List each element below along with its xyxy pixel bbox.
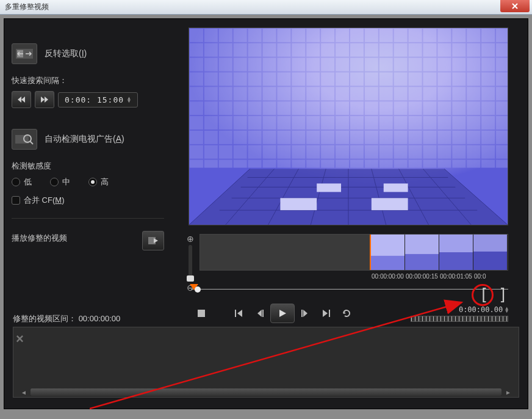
jog-ruler[interactable] <box>411 316 508 322</box>
prev-frame-button[interactable] <box>250 305 270 322</box>
spinner-icon[interactable]: ▲▼ <box>505 307 508 313</box>
loop-button[interactable] <box>336 305 357 322</box>
search-interval-label: 快速搜索间隔： <box>12 75 164 86</box>
go-end-button[interactable] <box>315 305 336 322</box>
mark-out-button[interactable]: ] <box>499 288 507 300</box>
strip-thumbnails <box>370 235 508 270</box>
go-end-icon <box>322 310 330 317</box>
seek-playhead[interactable] <box>195 286 201 293</box>
play-trimmed-button[interactable] <box>142 231 164 250</box>
play-trimmed-label: 播放修整的视频 <box>12 233 67 244</box>
thumbnail[interactable] <box>371 235 405 270</box>
video-preview <box>189 27 508 225</box>
svg-rect-40 <box>329 310 330 317</box>
svg-rect-25 <box>372 198 408 210</box>
radio-high[interactable]: 高 <box>88 177 109 188</box>
svg-rect-37 <box>235 310 236 317</box>
window-title: 多重修整视频 <box>5 2 500 12</box>
svg-rect-26 <box>317 183 341 192</box>
timecode: 00:00:01:05 <box>440 273 474 280</box>
transport-bar: 0:00:00.00 ▲▼ <box>191 304 508 323</box>
loop-icon <box>342 309 351 318</box>
svg-rect-31 <box>405 235 439 254</box>
strip-empty <box>200 235 370 270</box>
thumbnail[interactable] <box>439 235 473 270</box>
stop-button[interactable] <box>191 305 212 322</box>
invert-selection-row[interactable]: 反转选取(I) <box>12 43 164 64</box>
sensitivity-label: 检测敏感度 <box>12 161 164 172</box>
zoom-thumb[interactable] <box>187 275 194 282</box>
scroll-left-button[interactable]: ◄ <box>20 388 28 396</box>
search-interval-value: 0:00: 15:00 <box>65 95 124 104</box>
zoom-in-icon[interactable]: ⊕ <box>187 234 194 244</box>
svg-rect-29 <box>371 235 404 256</box>
scroll-right-button[interactable]: ► <box>504 388 512 396</box>
search-back-button[interactable] <box>12 91 31 108</box>
timeline-strip[interactable] <box>200 234 508 271</box>
timecode: 00:00:00:00 <box>372 273 406 280</box>
clear-clips-button[interactable]: × <box>16 331 24 347</box>
trimmed-clips-pane: × ◄ ► <box>13 327 519 398</box>
timeline-timecodes: 00:00:00:00 00:00:00:15 00:00:01:05 00:0 <box>200 273 508 280</box>
search-forward-button[interactable] <box>35 91 54 108</box>
svg-rect-35 <box>473 235 507 252</box>
radio-mid[interactable]: 中 <box>50 177 70 188</box>
auto-detect-label: 自动检测电视广告(A) <box>45 134 124 145</box>
search-interval-controls: 0:00: 15:00 ▲▼ <box>12 91 164 108</box>
radio-low[interactable]: 低 <box>12 177 32 188</box>
thumbnail[interactable] <box>405 235 439 270</box>
go-start-button[interactable] <box>229 305 250 322</box>
rewind-icon <box>17 96 26 103</box>
current-timecode[interactable]: 0:00:00.00 ▲▼ <box>459 305 508 314</box>
workspace: 反转选取(I) 快速搜索间隔： 0:00: 15:00 ▲▼ 自动检测电视广告(… <box>4 18 528 409</box>
svg-rect-36 <box>198 310 205 317</box>
left-panel: 反转选取(I) 快速搜索间隔： 0:00: 15:00 ▲▼ 自动检测电视广告(… <box>12 43 164 257</box>
scrollbar-thumb[interactable] <box>31 388 501 396</box>
preview-image <box>189 28 508 225</box>
merge-cf-checkbox[interactable]: 合并 CF(M) <box>12 195 164 206</box>
next-frame-button[interactable] <box>295 305 315 322</box>
trim-region-label: 修整的视频区间： 00:00:00:00 <box>13 313 120 324</box>
clips-scrollbar[interactable] <box>31 388 501 396</box>
play-icon <box>278 309 287 318</box>
auto-detect-row[interactable]: 自动检测电视广告(A) <box>12 129 164 150</box>
close-icon <box>511 2 519 10</box>
trim-region-value: 00:00:00:00 <box>79 314 121 323</box>
svg-rect-39 <box>301 310 303 317</box>
stop-icon <box>198 310 205 317</box>
invert-selection-icon <box>12 43 37 64</box>
thumbnail[interactable] <box>473 235 508 270</box>
svg-rect-27 <box>384 183 408 192</box>
svg-line-4 <box>30 141 33 144</box>
search-interval-time[interactable]: 0:00: 15:00 ▲▼ <box>58 92 138 107</box>
next-frame-icon <box>301 310 309 317</box>
fast-forward-icon <box>40 96 49 103</box>
divider <box>12 218 164 219</box>
prev-frame-icon <box>256 310 264 317</box>
go-start-icon <box>235 310 243 317</box>
timecode: 00:00:00:15 <box>406 273 440 280</box>
checkbox-icon <box>12 196 20 205</box>
svg-rect-9 <box>189 28 508 168</box>
timecode: 00:0 <box>474 273 508 280</box>
sensitivity-radios: 低 中 高 <box>12 177 164 188</box>
play-trimmed-icon <box>148 236 159 246</box>
svg-rect-24 <box>280 198 317 210</box>
svg-rect-33 <box>439 235 473 252</box>
mark-in-button[interactable]: [ <box>480 288 488 300</box>
play-button[interactable] <box>270 304 295 323</box>
close-button[interactable] <box>500 0 530 12</box>
svg-rect-38 <box>262 310 264 317</box>
spinner-icon[interactable]: ▲▼ <box>128 97 131 103</box>
seek-bar[interactable] <box>191 285 508 294</box>
magnifier-film-icon <box>12 129 37 150</box>
invert-selection-label: 反转选取(I) <box>45 48 87 59</box>
title-bar: 多重修整视频 <box>0 0 532 15</box>
